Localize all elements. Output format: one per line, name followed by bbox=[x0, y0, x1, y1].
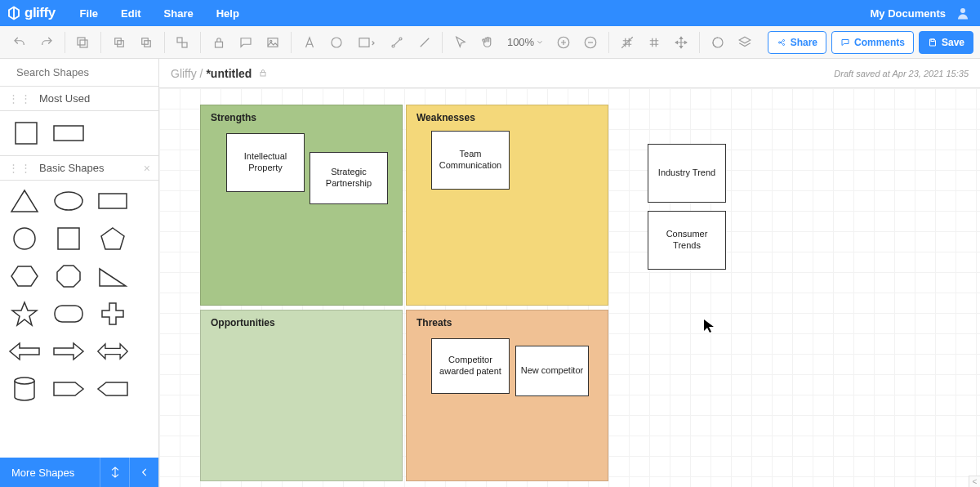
svg-point-14 bbox=[392, 45, 394, 47]
shape-right-triangle[interactable] bbox=[96, 262, 129, 290]
note-button[interactable] bbox=[233, 29, 258, 56]
share-button[interactable]: Share bbox=[768, 31, 826, 54]
copy-button[interactable] bbox=[70, 29, 96, 56]
text-tool[interactable] bbox=[296, 29, 322, 56]
zoom-in-button[interactable] bbox=[550, 29, 576, 56]
comment-icon bbox=[840, 38, 850, 47]
search-shapes-input[interactable] bbox=[15, 65, 155, 79]
breadcrumb[interactable]: Gliffy / bbox=[171, 67, 203, 80]
theme-button[interactable] bbox=[705, 29, 730, 56]
panel-label: Threats bbox=[416, 317, 452, 328]
menu-share[interactable]: Share bbox=[153, 7, 205, 20]
card-new-competitor[interactable]: New competitor bbox=[515, 346, 589, 396]
brand-logo[interactable]: gliffy bbox=[7, 5, 56, 21]
shape-cylinder[interactable] bbox=[8, 375, 41, 403]
connector-tool[interactable] bbox=[384, 29, 409, 56]
image-button[interactable] bbox=[261, 29, 286, 56]
pointer-tool[interactable] bbox=[448, 29, 473, 56]
shape-ellipse[interactable] bbox=[52, 187, 85, 215]
card-team-communication[interactable]: Team Communication bbox=[431, 131, 510, 190]
svg-rect-9 bbox=[215, 42, 222, 47]
scroll-corner[interactable]: < bbox=[969, 476, 980, 487]
shape-square[interactable] bbox=[52, 225, 85, 252]
more-shapes-button[interactable]: More Shapes bbox=[0, 467, 100, 479]
shape-arrow-left[interactable] bbox=[8, 337, 41, 365]
snap-grid-toggle[interactable] bbox=[614, 29, 639, 56]
comments-button[interactable]: Comments bbox=[831, 31, 914, 54]
svg-rect-30 bbox=[58, 228, 79, 249]
card-intellectual-property[interactable]: Intellectual Property bbox=[226, 133, 305, 192]
ellipse-tool[interactable] bbox=[323, 29, 349, 56]
card-strategic-partnership[interactable]: Strategic Partnership bbox=[310, 152, 388, 204]
lock-button[interactable] bbox=[206, 29, 231, 56]
save-icon bbox=[928, 38, 938, 47]
shape-square[interactable] bbox=[10, 119, 42, 147]
shape-pentagon[interactable] bbox=[96, 225, 129, 252]
redo-button[interactable] bbox=[33, 29, 59, 56]
shape-rectangle[interactable] bbox=[52, 119, 85, 147]
show-grid-toggle[interactable] bbox=[641, 29, 666, 56]
lock-icon[interactable] bbox=[258, 67, 268, 80]
svg-rect-4 bbox=[117, 40, 123, 47]
close-section-button[interactable]: × bbox=[144, 162, 150, 175]
bring-front-button[interactable] bbox=[106, 29, 131, 56]
guides-toggle[interactable] bbox=[669, 29, 694, 56]
panel-label: Weaknesses bbox=[416, 112, 475, 123]
zoom-out-button[interactable] bbox=[578, 29, 604, 56]
card-industry-trend[interactable]: Industry Trend bbox=[648, 144, 726, 203]
layers-button[interactable] bbox=[732, 29, 757, 56]
shape-star[interactable] bbox=[8, 300, 41, 328]
svg-rect-3 bbox=[114, 38, 121, 44]
svg-point-12 bbox=[332, 38, 341, 47]
shape-rounded-rect[interactable] bbox=[52, 300, 85, 328]
shape-tag-right[interactable] bbox=[52, 375, 85, 403]
svg-point-19 bbox=[713, 38, 723, 47]
shape-circle[interactable] bbox=[8, 225, 41, 252]
svg-rect-8 bbox=[182, 42, 187, 47]
card-consumer-trends[interactable]: Consumer Trends bbox=[648, 211, 726, 270]
svg-point-15 bbox=[399, 38, 402, 40]
mouse-cursor-icon bbox=[703, 319, 715, 336]
shape-triangle[interactable] bbox=[8, 187, 41, 215]
save-label: Save bbox=[942, 37, 964, 48]
card-competitor-awarded-patent[interactable]: Competitor awarded patent bbox=[431, 338, 510, 394]
shape-rectangle[interactable] bbox=[96, 187, 129, 215]
canvas-area: Gliffy / *untitled Draft saved at Apr 23… bbox=[159, 59, 980, 487]
section-basic-shapes[interactable]: ⋮⋮ Basic Shapes × bbox=[0, 156, 158, 181]
section-label: Basic Shapes bbox=[39, 162, 105, 174]
shape-tag-left[interactable] bbox=[96, 375, 129, 403]
shape-plus[interactable] bbox=[96, 300, 129, 328]
search-shapes-row bbox=[0, 59, 158, 87]
svg-rect-6 bbox=[142, 38, 149, 44]
drag-handle-icon: ⋮⋮ bbox=[8, 162, 33, 174]
svg-point-20 bbox=[782, 39, 784, 41]
my-documents-link[interactable]: My Documents bbox=[871, 7, 946, 20]
collapse-sidebar-button[interactable] bbox=[129, 458, 158, 487]
shape-octagon[interactable] bbox=[52, 262, 85, 290]
share-label: Share bbox=[791, 37, 817, 48]
panel-opportunities[interactable]: Opportunities bbox=[200, 310, 403, 481]
user-icon[interactable] bbox=[954, 4, 972, 22]
menu-edit[interactable]: Edit bbox=[109, 7, 153, 20]
section-most-used[interactable]: ⋮⋮ Most Used bbox=[0, 87, 158, 111]
shape-arrow-both[interactable] bbox=[96, 337, 129, 365]
most-used-tray bbox=[0, 111, 158, 156]
svg-point-21 bbox=[778, 42, 780, 43]
rect-tool[interactable] bbox=[351, 29, 383, 56]
line-tool[interactable] bbox=[412, 29, 437, 56]
shape-hexagon[interactable] bbox=[8, 262, 41, 290]
zoom-display[interactable]: 100% bbox=[507, 36, 544, 48]
save-button[interactable]: Save bbox=[919, 31, 973, 54]
canvas[interactable]: Strengths Weaknesses Opportunities Threa… bbox=[159, 88, 980, 487]
svg-rect-28 bbox=[99, 194, 127, 208]
share-icon bbox=[777, 38, 786, 47]
group-button[interactable] bbox=[170, 29, 195, 56]
menu-file[interactable]: File bbox=[69, 7, 109, 20]
shape-arrow-right[interactable] bbox=[52, 337, 85, 365]
align-center-button[interactable] bbox=[100, 458, 129, 487]
document-title[interactable]: *untitled bbox=[206, 67, 252, 80]
menu-help[interactable]: Help bbox=[205, 7, 251, 20]
send-back-button[interactable] bbox=[133, 29, 158, 56]
pan-tool[interactable] bbox=[475, 29, 501, 56]
undo-button[interactable] bbox=[7, 29, 32, 56]
